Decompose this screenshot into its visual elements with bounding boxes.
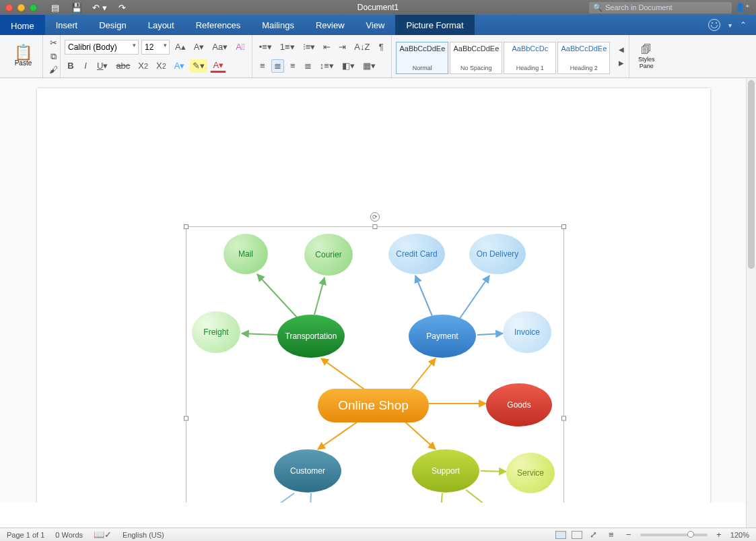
change-case-icon[interactable]: Aa▾ — [209, 40, 230, 54]
web-layout-icon[interactable] — [572, 531, 582, 539]
mindmap-node-support: Support — [412, 449, 479, 492]
ribbon-tabs: Home Insert Design Layout References Mai… — [0, 15, 756, 35]
clipboard-tools: ✂ ⧉ 🖌 — [43, 35, 61, 77]
show-marks-icon[interactable]: ¶ — [375, 40, 387, 54]
align-center-icon[interactable]: ≣ — [271, 59, 284, 73]
feedback-chevron-icon[interactable]: ▾ — [728, 22, 732, 29]
minimize-window-icon[interactable] — [18, 4, 25, 11]
paste-icon[interactable]: 📋 — [14, 46, 32, 59]
italic-icon[interactable]: I — [79, 59, 92, 73]
cut-icon[interactable]: ✂ — [47, 36, 59, 50]
zoom-slider[interactable] — [640, 534, 708, 536]
mindmap-center: Online Shop — [318, 389, 429, 422]
shrink-font-icon[interactable]: A▾ — [191, 40, 207, 54]
mindmap-node-freight: Freight — [192, 311, 240, 353]
zoom-slider-thumb[interactable] — [687, 531, 694, 538]
styles-next-icon[interactable]: ▶ — [615, 57, 627, 70]
bold-icon[interactable]: B — [65, 59, 77, 73]
page-indicator[interactable]: Page 1 of 1 — [7, 531, 44, 539]
ribbon: 📋 Paste ✂ ⧉ 🖌 Calibri (Body) 12 A▴ A▾ Aa… — [0, 35, 756, 78]
tab-view[interactable]: View — [355, 15, 396, 35]
zoom-out-icon[interactable]: − — [623, 528, 635, 542]
shading-icon[interactable]: ◧▾ — [339, 59, 357, 73]
tab-layout[interactable]: Layout — [137, 15, 185, 35]
grow-font-icon[interactable]: A▴ — [172, 40, 188, 54]
strike-icon[interactable]: abc — [113, 59, 133, 73]
sort-icon[interactable]: A↓Z — [351, 40, 372, 54]
feedback-icon[interactable] — [708, 19, 720, 31]
svg-line-5 — [257, 274, 298, 318]
tab-references[interactable]: References — [185, 15, 251, 35]
print-layout-icon[interactable] — [555, 531, 566, 539]
style-swatch[interactable]: AaBbCcDcHeading 1 — [504, 42, 556, 74]
paste-label: Paste — [15, 59, 32, 67]
tab-mailings[interactable]: Mailings — [251, 15, 305, 35]
svg-line-7 — [242, 333, 277, 335]
tab-home[interactable]: Home — [0, 15, 45, 35]
svg-line-12 — [309, 493, 311, 503]
svg-line-9 — [459, 276, 489, 319]
styles-pane-group: 🗐 Styles Pane — [629, 35, 663, 77]
outline-view-icon[interactable]: ≡ — [605, 528, 617, 542]
numbering-icon[interactable]: 1≡▾ — [277, 40, 298, 54]
superscript-icon[interactable]: X2 — [153, 59, 169, 73]
vertical-scrollbar[interactable] — [746, 79, 756, 528]
picture-selection[interactable]: ⟳ — [186, 226, 564, 503]
justify-icon[interactable]: ≣ — [302, 59, 314, 73]
align-right-icon[interactable]: ≡ — [287, 59, 299, 73]
search-box[interactable]: 🔍 Search in Document — [589, 2, 732, 13]
zoom-in-icon[interactable]: + — [713, 528, 725, 542]
tab-review[interactable]: Review — [305, 15, 355, 35]
font-size-select[interactable]: 12 — [141, 40, 170, 55]
undo-icon[interactable]: ↶ ▾ — [92, 1, 107, 14]
spellcheck-icon[interactable]: 📖✓ — [94, 528, 112, 542]
font-color-icon[interactable]: A▾ — [210, 59, 226, 73]
font-name-select[interactable]: Calibri (Body) — [65, 40, 139, 55]
align-left-icon[interactable]: ≡ — [256, 59, 269, 73]
mindmap-node-customer: Customer — [274, 449, 341, 492]
document-title: Document1 — [357, 3, 399, 12]
language-indicator[interactable]: English (US) — [123, 531, 164, 539]
style-swatch[interactable]: AaBbCcDdEeNormal — [396, 42, 448, 74]
rotate-handle-icon[interactable]: ⟳ — [370, 212, 380, 222]
document-canvas[interactable]: ⟳ — [0, 78, 756, 503]
paragraph-group: •≡▾ 1≡▾ ⁝≡▾ ⇤ ⇥ A↓Z ¶ ≡ ≣ ≡ ≣ ↕≡▾ ◧▾ ▦▾ — [252, 35, 392, 77]
highlight-icon[interactable]: ✎▾ — [190, 59, 207, 73]
svg-line-13 — [481, 471, 506, 472]
dec-indent-icon[interactable]: ⇤ — [320, 40, 333, 54]
subscript-icon[interactable]: X2 — [135, 59, 151, 73]
styles-nav: ◀ ▶ — [614, 35, 629, 77]
share-icon[interactable]: 👤⁺ — [735, 3, 749, 12]
mindmap-node-od: On Delivery — [469, 234, 526, 274]
zoom-window-icon[interactable] — [30, 4, 37, 11]
zoom-level[interactable]: 120% — [730, 531, 749, 539]
text-effects-icon[interactable]: A▾ — [172, 59, 188, 73]
redo-icon[interactable]: ↷ — [116, 1, 129, 14]
close-window-icon[interactable] — [5, 4, 13, 11]
tab-insert[interactable]: Insert — [45, 15, 89, 35]
font-group: Calibri (Body) 12 A▴ A▾ Aa▾ A⃠ B I U▾ ab… — [61, 35, 252, 77]
format-painter-icon[interactable]: 🖌 — [47, 63, 59, 77]
bullets-icon[interactable]: •≡▾ — [256, 40, 275, 54]
mindmap-node-mail: Mail — [224, 234, 268, 274]
underline-icon[interactable]: U▾ — [94, 59, 110, 73]
borders-icon[interactable]: ▦▾ — [360, 59, 378, 73]
focus-mode-icon[interactable]: ⤢ — [588, 528, 600, 542]
styles-pane-icon[interactable]: 🗐 — [640, 43, 652, 57]
styles-prev-icon[interactable]: ◀ — [615, 43, 627, 57]
collapse-ribbon-icon[interactable]: ⌃ — [740, 20, 747, 30]
svg-line-4 — [402, 419, 436, 449]
save-icon[interactable]: 💾 — [71, 1, 83, 14]
tab-design[interactable]: Design — [88, 15, 137, 35]
clear-format-icon[interactable]: A⃠ — [233, 40, 247, 54]
multilevel-icon[interactable]: ⁝≡▾ — [300, 40, 318, 54]
tab-picture-format[interactable]: Picture Format — [395, 15, 474, 35]
inc-indent-icon[interactable]: ⇥ — [336, 40, 349, 54]
style-swatch[interactable]: AaBbCcDdEeHeading 2 — [557, 42, 610, 74]
line-spacing-icon[interactable]: ↕≡▾ — [317, 59, 337, 73]
word-count[interactable]: 0 Words — [55, 531, 83, 539]
autosave-icon[interactable]: ▤ — [49, 1, 61, 14]
scrollbar-thumb[interactable] — [748, 80, 755, 269]
copy-icon[interactable]: ⧉ — [47, 50, 59, 63]
style-swatch[interactable]: AaBbCcDdEeNo Spacing — [450, 42, 502, 74]
